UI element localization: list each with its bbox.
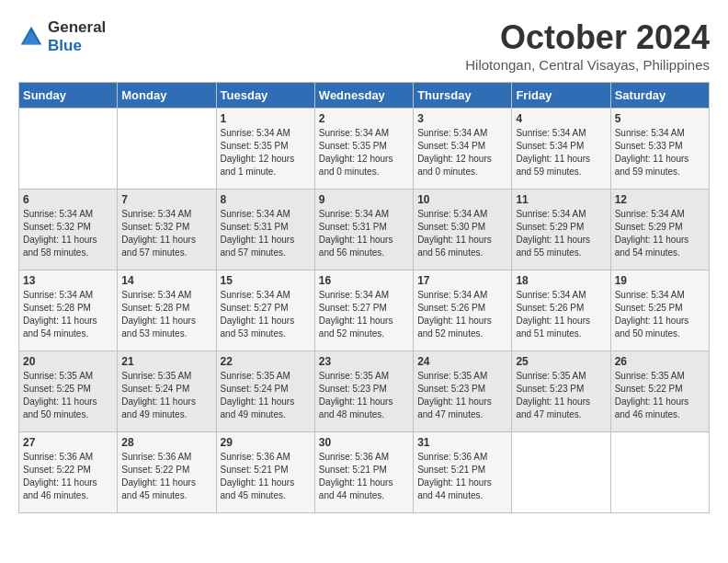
title-block: October 2024 Hilotongan, Central Visayas… bbox=[465, 18, 710, 73]
calendar-cell bbox=[610, 432, 709, 513]
calendar-cell: 25Sunrise: 5:35 AM Sunset: 5:23 PM Dayli… bbox=[512, 351, 610, 432]
calendar-cell: 31Sunrise: 5:36 AM Sunset: 5:21 PM Dayli… bbox=[414, 432, 512, 513]
day-number: 25 bbox=[516, 355, 606, 368]
calendar-cell: 27Sunrise: 5:36 AM Sunset: 5:22 PM Dayli… bbox=[19, 432, 118, 513]
calendar-cell: 9Sunrise: 5:34 AM Sunset: 5:31 PM Daylig… bbox=[314, 190, 413, 270]
week-row-1: 1Sunrise: 5:34 AM Sunset: 5:35 PM Daylig… bbox=[19, 109, 710, 190]
week-row-2: 6Sunrise: 5:34 AM Sunset: 5:32 PM Daylig… bbox=[19, 190, 710, 270]
day-number: 30 bbox=[319, 436, 409, 449]
cell-content: Sunrise: 5:34 AM Sunset: 5:35 PM Dayligh… bbox=[221, 127, 311, 178]
cell-content: Sunrise: 5:35 AM Sunset: 5:23 PM Dayligh… bbox=[516, 370, 606, 421]
cell-content: Sunrise: 5:35 AM Sunset: 5:25 PM Dayligh… bbox=[23, 370, 113, 421]
cell-content: Sunrise: 5:35 AM Sunset: 5:24 PM Dayligh… bbox=[121, 370, 211, 421]
calendar-cell: 30Sunrise: 5:36 AM Sunset: 5:21 PM Dayli… bbox=[314, 432, 413, 513]
calendar-cell: 8Sunrise: 5:34 AM Sunset: 5:31 PM Daylig… bbox=[216, 190, 314, 270]
calendar-cell: 23Sunrise: 5:35 AM Sunset: 5:23 PM Dayli… bbox=[314, 351, 413, 432]
cell-content: Sunrise: 5:34 AM Sunset: 5:30 PM Dayligh… bbox=[417, 208, 507, 259]
cell-content: Sunrise: 5:34 AM Sunset: 5:35 PM Dayligh… bbox=[319, 127, 409, 178]
day-number: 28 bbox=[121, 436, 211, 449]
calendar-cell: 19Sunrise: 5:34 AM Sunset: 5:25 PM Dayli… bbox=[610, 270, 709, 351]
weekday-header-row: SundayMondayTuesdayWednesdayThursdayFrid… bbox=[19, 83, 710, 109]
cell-content: Sunrise: 5:34 AM Sunset: 5:29 PM Dayligh… bbox=[615, 208, 705, 259]
day-number: 16 bbox=[319, 274, 409, 287]
logo: General Blue bbox=[18, 18, 106, 55]
cell-content: Sunrise: 5:34 AM Sunset: 5:34 PM Dayligh… bbox=[516, 127, 606, 178]
day-number: 2 bbox=[319, 112, 409, 125]
cell-content: Sunrise: 5:36 AM Sunset: 5:21 PM Dayligh… bbox=[319, 451, 409, 502]
logo-icon bbox=[18, 24, 44, 50]
calendar-cell: 22Sunrise: 5:35 AM Sunset: 5:24 PM Dayli… bbox=[216, 351, 314, 432]
cell-content: Sunrise: 5:34 AM Sunset: 5:32 PM Dayligh… bbox=[121, 208, 211, 259]
calendar-cell: 15Sunrise: 5:34 AM Sunset: 5:27 PM Dayli… bbox=[216, 270, 314, 351]
week-row-4: 20Sunrise: 5:35 AM Sunset: 5:25 PM Dayli… bbox=[19, 351, 710, 432]
day-number: 7 bbox=[121, 193, 211, 206]
logo-general: General bbox=[48, 18, 106, 36]
day-number: 24 bbox=[417, 355, 507, 368]
calendar-cell: 18Sunrise: 5:34 AM Sunset: 5:26 PM Dayli… bbox=[512, 270, 610, 351]
logo-text: General Blue bbox=[48, 18, 106, 55]
day-number: 23 bbox=[319, 355, 409, 368]
logo-blue: Blue bbox=[48, 37, 82, 54]
cell-content: Sunrise: 5:35 AM Sunset: 5:23 PM Dayligh… bbox=[319, 370, 409, 421]
calendar-cell: 20Sunrise: 5:35 AM Sunset: 5:25 PM Dayli… bbox=[19, 351, 118, 432]
calendar-cell: 24Sunrise: 5:35 AM Sunset: 5:23 PM Dayli… bbox=[414, 351, 512, 432]
cell-content: Sunrise: 5:34 AM Sunset: 5:28 PM Dayligh… bbox=[121, 289, 211, 340]
calendar-cell bbox=[512, 432, 610, 513]
calendar-cell bbox=[118, 109, 216, 190]
calendar-cell bbox=[19, 109, 118, 190]
calendar-cell: 1Sunrise: 5:34 AM Sunset: 5:35 PM Daylig… bbox=[216, 109, 314, 190]
day-number: 4 bbox=[516, 112, 606, 125]
day-number: 11 bbox=[516, 193, 606, 206]
cell-content: Sunrise: 5:34 AM Sunset: 5:31 PM Dayligh… bbox=[319, 208, 409, 259]
day-number: 14 bbox=[121, 274, 211, 287]
day-number: 1 bbox=[221, 112, 311, 125]
calendar-cell: 11Sunrise: 5:34 AM Sunset: 5:29 PM Dayli… bbox=[512, 190, 610, 270]
month-title: October 2024 bbox=[465, 18, 710, 57]
calendar-cell: 6Sunrise: 5:34 AM Sunset: 5:32 PM Daylig… bbox=[19, 190, 118, 270]
cell-content: Sunrise: 5:34 AM Sunset: 5:25 PM Dayligh… bbox=[615, 289, 705, 340]
cell-content: Sunrise: 5:34 AM Sunset: 5:27 PM Dayligh… bbox=[319, 289, 409, 340]
day-number: 17 bbox=[417, 274, 507, 287]
day-number: 27 bbox=[23, 436, 113, 449]
day-number: 13 bbox=[23, 274, 113, 287]
cell-content: Sunrise: 5:34 AM Sunset: 5:33 PM Dayligh… bbox=[615, 127, 705, 178]
weekday-header-wednesday: Wednesday bbox=[314, 83, 413, 109]
cell-content: Sunrise: 5:34 AM Sunset: 5:26 PM Dayligh… bbox=[417, 289, 507, 340]
weekday-header-monday: Monday bbox=[118, 83, 216, 109]
location-title: Hilotongan, Central Visayas, Philippines bbox=[465, 57, 710, 73]
calendar-cell: 13Sunrise: 5:34 AM Sunset: 5:28 PM Dayli… bbox=[19, 270, 118, 351]
cell-content: Sunrise: 5:34 AM Sunset: 5:32 PM Dayligh… bbox=[23, 208, 113, 259]
cell-content: Sunrise: 5:36 AM Sunset: 5:21 PM Dayligh… bbox=[417, 451, 507, 502]
week-row-3: 13Sunrise: 5:34 AM Sunset: 5:28 PM Dayli… bbox=[19, 270, 710, 351]
day-number: 8 bbox=[221, 193, 311, 206]
calendar-cell: 26Sunrise: 5:35 AM Sunset: 5:22 PM Dayli… bbox=[610, 351, 709, 432]
day-number: 31 bbox=[417, 436, 507, 449]
day-number: 3 bbox=[417, 112, 507, 125]
cell-content: Sunrise: 5:34 AM Sunset: 5:34 PM Dayligh… bbox=[417, 127, 507, 178]
day-number: 6 bbox=[23, 193, 113, 206]
day-number: 22 bbox=[221, 355, 311, 368]
day-number: 5 bbox=[615, 112, 705, 125]
cell-content: Sunrise: 5:36 AM Sunset: 5:21 PM Dayligh… bbox=[221, 451, 311, 502]
calendar-cell: 5Sunrise: 5:34 AM Sunset: 5:33 PM Daylig… bbox=[610, 109, 709, 190]
day-number: 21 bbox=[121, 355, 211, 368]
calendar-cell: 17Sunrise: 5:34 AM Sunset: 5:26 PM Dayli… bbox=[414, 270, 512, 351]
weekday-header-sunday: Sunday bbox=[19, 83, 118, 109]
calendar-cell: 7Sunrise: 5:34 AM Sunset: 5:32 PM Daylig… bbox=[118, 190, 216, 270]
calendar-cell: 4Sunrise: 5:34 AM Sunset: 5:34 PM Daylig… bbox=[512, 109, 610, 190]
cell-content: Sunrise: 5:36 AM Sunset: 5:22 PM Dayligh… bbox=[121, 451, 211, 502]
cell-content: Sunrise: 5:34 AM Sunset: 5:31 PM Dayligh… bbox=[221, 208, 311, 259]
cell-content: Sunrise: 5:35 AM Sunset: 5:23 PM Dayligh… bbox=[417, 370, 507, 421]
weekday-header-thursday: Thursday bbox=[414, 83, 512, 109]
day-number: 12 bbox=[615, 193, 705, 206]
cell-content: Sunrise: 5:34 AM Sunset: 5:26 PM Dayligh… bbox=[516, 289, 606, 340]
cell-content: Sunrise: 5:35 AM Sunset: 5:24 PM Dayligh… bbox=[221, 370, 311, 421]
week-row-5: 27Sunrise: 5:36 AM Sunset: 5:22 PM Dayli… bbox=[19, 432, 710, 513]
weekday-header-tuesday: Tuesday bbox=[216, 83, 314, 109]
day-number: 20 bbox=[23, 355, 113, 368]
day-number: 15 bbox=[221, 274, 311, 287]
calendar-cell: 28Sunrise: 5:36 AM Sunset: 5:22 PM Dayli… bbox=[118, 432, 216, 513]
weekday-header-friday: Friday bbox=[512, 83, 610, 109]
day-number: 18 bbox=[516, 274, 606, 287]
day-number: 9 bbox=[319, 193, 409, 206]
